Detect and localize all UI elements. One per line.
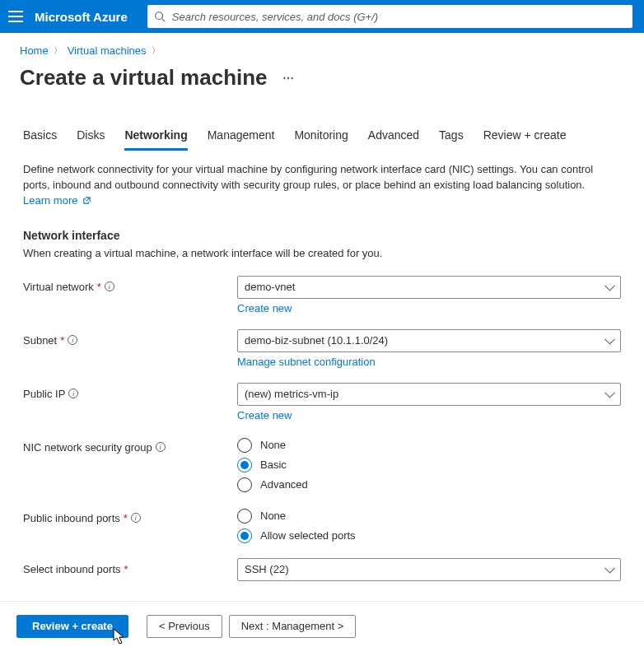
- breadcrumb-virtual-machines[interactable]: Virtual machines: [68, 44, 147, 57]
- row-subnet: Subnet * i demo-biz-subnet (10.1.1.0/24)…: [23, 329, 621, 368]
- row-public-ip: Public IP i (new) metrics-vm-ip Create n…: [23, 383, 621, 421]
- radio-nsg-advanced[interactable]: Advanced: [237, 477, 621, 492]
- next-button[interactable]: Next : Management >: [229, 615, 357, 638]
- link-manage-subnet[interactable]: Manage subnet configuration: [237, 356, 376, 368]
- radio-ports-allow[interactable]: Allow selected ports: [237, 528, 621, 543]
- link-create-new-pip[interactable]: Create new: [237, 409, 292, 421]
- topbar: Microsoft Azure: [0, 0, 644, 33]
- content: Define network connectivity for your vir…: [0, 151, 644, 601]
- required-marker: *: [97, 281, 101, 293]
- radio-ports-none[interactable]: None: [237, 509, 621, 524]
- select-virtual-network[interactable]: demo-vnet: [237, 276, 621, 299]
- page-title-row: Create a virtual machine ⋯: [0, 62, 644, 99]
- tab-management[interactable]: Management: [208, 128, 275, 151]
- link-create-new-vnet[interactable]: Create new: [237, 302, 292, 314]
- required-marker: *: [124, 512, 128, 524]
- required-marker: *: [124, 563, 128, 575]
- row-public-inbound-ports: Public inbound ports * i None Allow sele…: [23, 507, 621, 543]
- tab-disks[interactable]: Disks: [77, 128, 105, 151]
- radios-nic-nsg: None Basic Advanced: [237, 436, 621, 492]
- search-box[interactable]: [147, 5, 632, 28]
- required-marker: *: [60, 334, 64, 347]
- more-actions-button[interactable]: ⋯: [282, 72, 296, 85]
- select-public-ip[interactable]: (new) metrics-vm-ip: [237, 383, 621, 406]
- radios-public-inbound-ports: None Allow selected ports: [237, 507, 621, 543]
- svg-line-1: [161, 19, 165, 22]
- label-select-inbound-ports: Select inbound ports *: [23, 558, 237, 575]
- chevron-right-icon: 〉: [152, 44, 161, 57]
- previous-button[interactable]: < Previous: [147, 615, 222, 638]
- tab-networking[interactable]: Networking: [124, 128, 187, 151]
- info-icon[interactable]: i: [68, 335, 77, 345]
- label-virtual-network: Virtual network * i: [23, 276, 237, 293]
- networking-intro: Define network connectivity for your vir…: [23, 162, 621, 209]
- row-select-inbound-ports: Select inbound ports * SSH (22): [23, 558, 621, 581]
- row-nic-nsg: NIC network security group i None Basic …: [23, 436, 621, 492]
- review-create-button[interactable]: Review + create: [16, 615, 128, 638]
- tab-monitoring[interactable]: Monitoring: [294, 128, 348, 151]
- section-network-interface-title: Network interface: [23, 229, 621, 242]
- footer-buttons: Review + create < Previous Next : Manage…: [0, 601, 644, 647]
- external-link-icon: [82, 196, 91, 205]
- breadcrumb: Home 〉 Virtual machines 〉: [0, 33, 644, 62]
- hamburger-menu-icon[interactable]: [8, 11, 23, 22]
- breadcrumb-home[interactable]: Home: [20, 44, 49, 57]
- label-nic-nsg: NIC network security group i: [23, 436, 237, 454]
- info-icon[interactable]: i: [156, 442, 166, 452]
- chevron-right-icon: 〉: [54, 44, 63, 57]
- info-icon[interactable]: i: [68, 389, 78, 398]
- radio-nsg-basic[interactable]: Basic: [237, 458, 621, 472]
- page-title: Create a virtual machine: [20, 65, 268, 91]
- select-subnet[interactable]: demo-biz-subnet (10.1.1.0/24): [237, 329, 621, 352]
- tab-tags[interactable]: Tags: [439, 128, 464, 151]
- tab-basics[interactable]: Basics: [23, 128, 57, 151]
- learn-more-link[interactable]: Learn more: [23, 194, 91, 207]
- search-input[interactable]: [172, 11, 626, 23]
- info-icon[interactable]: i: [131, 513, 141, 523]
- label-public-ip: Public IP i: [23, 383, 237, 400]
- tab-review-create[interactable]: Review + create: [483, 128, 567, 151]
- search-icon: [154, 11, 166, 22]
- label-subnet: Subnet * i: [23, 329, 237, 347]
- tab-advanced[interactable]: Advanced: [368, 128, 419, 151]
- select-inbound-ports[interactable]: SSH (22): [237, 558, 621, 581]
- label-public-inbound-ports: Public inbound ports * i: [23, 507, 237, 524]
- section-network-interface-sub: When creating a virtual machine, a netwo…: [23, 247, 621, 259]
- svg-point-0: [156, 12, 163, 20]
- radio-nsg-none[interactable]: None: [237, 438, 621, 453]
- row-virtual-network: Virtual network * i demo-vnet Create new: [23, 276, 621, 314]
- brand-label: Microsoft Azure: [35, 10, 128, 24]
- tabs: Basics Disks Networking Management Monit…: [0, 99, 644, 151]
- info-icon[interactable]: i: [105, 282, 114, 291]
